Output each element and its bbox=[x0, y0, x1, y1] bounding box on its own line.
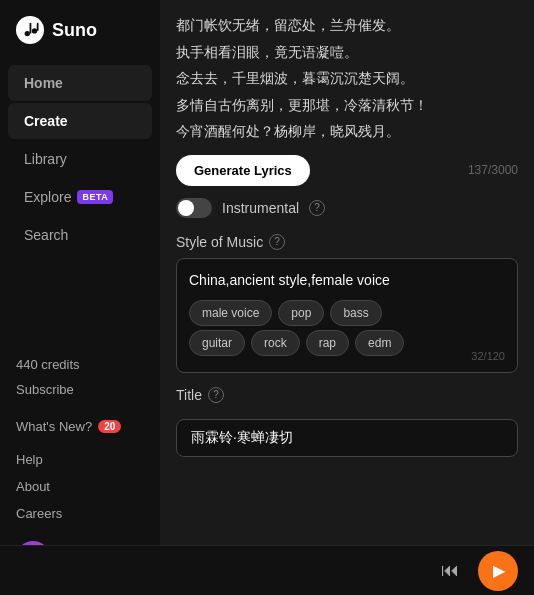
title-help-icon[interactable]: ? bbox=[208, 387, 224, 403]
lyrics-char-count: 137/3000 bbox=[468, 163, 518, 177]
home-label: Home bbox=[24, 75, 63, 91]
svg-rect-2 bbox=[30, 23, 32, 34]
sidebar-bottom-links: Help About Careers bbox=[0, 442, 160, 531]
style-tags-row: male voice pop bass bbox=[189, 300, 505, 326]
tag-rock[interactable]: rock bbox=[251, 330, 300, 356]
sidebar-item-create[interactable]: Create bbox=[8, 103, 152, 139]
generate-row: Generate Lyrics 137/3000 bbox=[176, 155, 518, 186]
logo-icon bbox=[16, 16, 44, 44]
help-link[interactable]: Help bbox=[0, 446, 160, 473]
credits-section: 440 credits Subscribe bbox=[0, 349, 160, 411]
generate-lyrics-button[interactable]: Generate Lyrics bbox=[176, 155, 310, 186]
lyrics-block: 都门帐饮无绪，留恋处，兰舟催发。 执手相看泪眼，竟无语凝噎。 念去去，千里烟波，… bbox=[176, 12, 518, 145]
tag-guitar[interactable]: guitar bbox=[189, 330, 245, 356]
credits-text: 440 credits bbox=[16, 357, 144, 372]
player-bar: ⏮ ▶ bbox=[0, 545, 534, 595]
search-label: Search bbox=[24, 227, 68, 243]
tag-male-voice[interactable]: male voice bbox=[189, 300, 272, 326]
lyrics-line-4: 今宵酒醒何处？杨柳岸，晓风残月。 bbox=[176, 118, 518, 145]
style-char-count: 32/120 bbox=[471, 350, 505, 362]
skip-back-icon: ⏮ bbox=[441, 560, 459, 581]
careers-link[interactable]: Careers bbox=[0, 500, 160, 527]
instrumental-row: Instrumental ? bbox=[176, 198, 518, 218]
tag-pop[interactable]: pop bbox=[278, 300, 324, 326]
svg-point-1 bbox=[32, 28, 37, 33]
sidebar-item-explore[interactable]: Explore BETA bbox=[8, 179, 152, 215]
play-button[interactable]: ▶ bbox=[478, 551, 518, 591]
logo: Suno bbox=[0, 16, 160, 64]
sidebar: Suno Home Create Library Explore BETA Se… bbox=[0, 0, 160, 595]
whats-new-label: What's New? bbox=[16, 419, 92, 434]
library-label: Library bbox=[24, 151, 67, 167]
title-section-header: Title ? bbox=[176, 387, 518, 403]
whats-new-item[interactable]: What's New? 20 bbox=[0, 411, 160, 442]
subscribe-button[interactable]: Subscribe bbox=[16, 376, 144, 403]
create-label: Create bbox=[24, 113, 68, 129]
lyrics-line-1: 执手相看泪眼，竟无语凝噎。 bbox=[176, 39, 518, 66]
toggle-knob bbox=[178, 200, 194, 216]
style-tags-row-2: guitar rock rap edm bbox=[189, 330, 505, 356]
style-input[interactable] bbox=[189, 272, 505, 288]
lyrics-line-2: 念去去，千里烟波，暮霭沉沉楚天阔。 bbox=[176, 65, 518, 92]
lyrics-line-3: 多情自古伤离别，更那堪，冷落清秋节！ bbox=[176, 92, 518, 119]
title-section: Title ? bbox=[176, 387, 518, 457]
style-box: male voice pop bass guitar rock rap edm … bbox=[176, 258, 518, 373]
about-link[interactable]: About bbox=[0, 473, 160, 500]
skip-back-button[interactable]: ⏮ bbox=[432, 553, 468, 589]
title-input[interactable] bbox=[176, 419, 518, 457]
tag-rap[interactable]: rap bbox=[306, 330, 349, 356]
svg-point-0 bbox=[25, 31, 30, 36]
style-help-icon[interactable]: ? bbox=[269, 234, 285, 250]
play-icon: ▶ bbox=[493, 561, 505, 580]
style-section-header: Style of Music ? bbox=[176, 234, 518, 250]
sidebar-item-home[interactable]: Home bbox=[8, 65, 152, 101]
beta-badge: BETA bbox=[77, 190, 113, 204]
explore-label: Explore bbox=[24, 189, 71, 205]
app-name: Suno bbox=[52, 20, 97, 41]
tag-bass[interactable]: bass bbox=[330, 300, 381, 326]
sidebar-item-search[interactable]: Search bbox=[8, 217, 152, 253]
sidebar-item-library[interactable]: Library bbox=[8, 141, 152, 177]
instrumental-help-icon[interactable]: ? bbox=[309, 200, 325, 216]
instrumental-toggle[interactable] bbox=[176, 198, 212, 218]
style-section-label: Style of Music bbox=[176, 234, 263, 250]
main-content: 都门帐饮无绪，留恋处，兰舟催发。 执手相看泪眼，竟无语凝噎。 念去去，千里烟波，… bbox=[160, 0, 534, 595]
tag-edm[interactable]: edm bbox=[355, 330, 404, 356]
lyrics-line-0: 都门帐饮无绪，留恋处，兰舟催发。 bbox=[176, 12, 518, 39]
instrumental-label: Instrumental bbox=[222, 200, 299, 216]
notification-badge: 20 bbox=[98, 420, 121, 433]
title-label: Title bbox=[176, 387, 202, 403]
svg-rect-3 bbox=[37, 23, 39, 31]
